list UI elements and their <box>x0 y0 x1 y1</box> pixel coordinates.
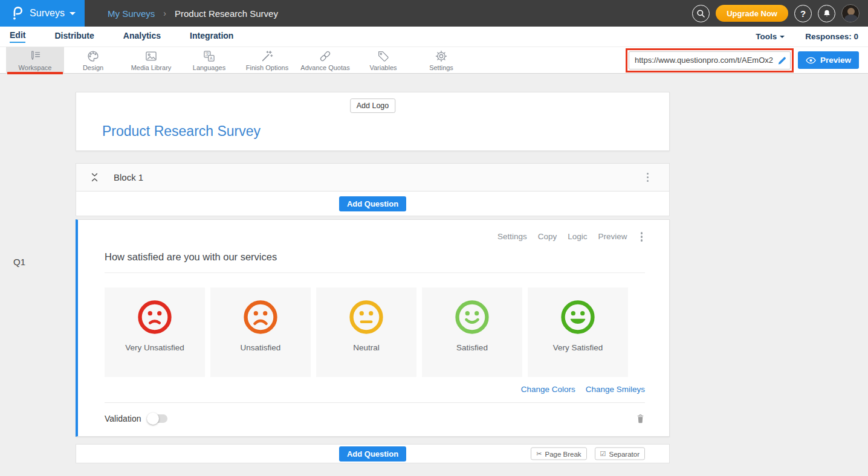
survey-header-card: Add Logo Product Research Survey <box>76 92 670 151</box>
smiley-option-label: Unsatisfied <box>241 343 281 352</box>
block-footer-strip: Add Question ✂ Page Break ☑ Separator <box>76 444 670 463</box>
search-icon <box>696 8 706 19</box>
collapse-block-icon[interactable] <box>90 173 99 182</box>
search-button[interactable] <box>692 5 710 22</box>
chevron-down-icon <box>780 36 785 38</box>
preview-label: Preview <box>820 56 851 65</box>
responses-count: Responses: 0 <box>805 32 858 41</box>
survey-link-field-wrap <box>629 51 791 69</box>
notifications-button[interactable] <box>818 5 835 22</box>
edit-toolbar: Workspace Design Media Library 文 A Langu… <box>0 47 868 74</box>
validation-label: Validation <box>105 414 141 423</box>
toolbar-item-workspace[interactable]: Workspace <box>6 47 64 73</box>
smiley-option-very-satisfied[interactable]: Very Satisfied <box>528 288 628 377</box>
top-bar: Surveys My Surveys › Product Research Su… <box>0 0 868 27</box>
separator-label: Separator <box>609 450 640 457</box>
tools-dropdown[interactable]: Tools <box>756 32 785 41</box>
tag-icon <box>377 50 390 63</box>
toolbar-item-advance-quotas[interactable]: Advance Quotas <box>296 47 354 73</box>
toolbar-item-label: Design <box>83 64 103 71</box>
scissors-icon: ✂ <box>536 450 542 458</box>
question-settings-link[interactable]: Settings <box>497 232 527 241</box>
tab-edit[interactable]: Edit <box>10 30 25 43</box>
block-menu-kebab-icon[interactable] <box>644 170 652 185</box>
delete-question-button[interactable] <box>636 413 645 424</box>
smiley-option-unsatisfied[interactable]: Unsatisfied <box>210 288 311 377</box>
tab-distribute[interactable]: Distribute <box>54 31 94 42</box>
user-avatar[interactable] <box>841 4 860 22</box>
toolbar-item-label: Workspace <box>19 64 52 71</box>
app-menu-label: Surveys <box>30 8 65 19</box>
validation-toggle[interactable] <box>148 414 167 423</box>
tab-analytics[interactable]: Analytics <box>123 31 161 42</box>
question-action-menu: Settings Copy Logic Preview <box>105 230 645 244</box>
topbar-actions: Upgrade Now ? <box>692 4 868 22</box>
toolbar-item-label: Languages <box>193 64 225 71</box>
separator-button[interactable]: ☑ Separator <box>595 448 645 460</box>
help-button[interactable]: ? <box>794 5 812 22</box>
toolbar-item-variables[interactable]: Variables <box>354 47 412 73</box>
smiley-option-label: Very Unsatisfied <box>125 343 184 352</box>
smiley-options-row: Very Unsatisfied Unsatisfied <box>105 288 645 377</box>
toolbar-item-settings[interactable]: Settings <box>412 47 470 73</box>
smiley-customize-links: Change Colors Change Smileys <box>105 385 645 394</box>
toolbar-item-design[interactable]: Design <box>64 47 122 73</box>
chain-link-icon <box>319 50 332 63</box>
very-satisfied-smiley-icon <box>560 300 595 335</box>
question-preview-link[interactable]: Preview <box>598 232 627 241</box>
breadcrumb-my-surveys[interactable]: My Surveys <box>108 8 155 19</box>
toolbar-item-finish-options[interactable]: Finish Options <box>238 47 296 73</box>
tab-integration[interactable]: Integration <box>190 31 233 42</box>
page-break-label: Page Break <box>545 450 581 457</box>
tools-label: Tools <box>756 32 777 41</box>
upgrade-now-button[interactable]: Upgrade Now <box>716 5 788 22</box>
magic-wand-icon <box>261 50 274 63</box>
question-menu-kebab-icon[interactable] <box>638 230 646 244</box>
section-tabs: Edit Distribute Analytics Integration To… <box>0 27 868 47</box>
pencil-icon[interactable] <box>777 56 786 65</box>
smiley-option-very-unsatisfied[interactable]: Very Unsatisfied <box>105 288 205 377</box>
question-title[interactable]: How satisfied are you with our services <box>105 251 645 273</box>
breadcrumb: My Surveys › Product Research Survey <box>108 8 278 19</box>
survey-title[interactable]: Product Research Survey <box>102 123 261 140</box>
checkbox-checked-icon: ☑ <box>600 450 606 458</box>
smiley-option-label: Neutral <box>353 343 380 352</box>
toolbar-item-label: Finish Options <box>246 64 288 71</box>
chevron-down-icon <box>70 12 76 15</box>
image-icon <box>144 50 158 63</box>
bell-icon <box>822 8 832 19</box>
question-number-label: Q1 <box>13 257 25 267</box>
unsatisfied-smiley-icon <box>243 300 278 335</box>
survey-link-input[interactable] <box>629 51 791 69</box>
smiley-option-label: Very Satisfied <box>553 343 603 352</box>
question-card-q1: Settings Copy Logic Preview How satisfie… <box>76 219 670 437</box>
page-break-button[interactable]: ✂ Page Break <box>531 448 586 460</box>
block-label[interactable]: Block 1 <box>114 172 143 182</box>
add-question-button-top[interactable]: Add Question <box>339 196 406 211</box>
question-mark-icon: ? <box>800 8 806 19</box>
question-logic-link[interactable]: Logic <box>568 232 587 241</box>
toolbar-item-languages[interactable]: 文 A Languages <box>180 47 238 73</box>
change-colors-link[interactable]: Change Colors <box>521 385 575 394</box>
preview-button[interactable]: Preview <box>798 51 859 69</box>
neutral-smiley-icon <box>349 300 384 335</box>
smiley-option-satisfied[interactable]: Satisfied <box>422 288 522 377</box>
toolbar-item-media-library[interactable]: Media Library <box>122 47 180 73</box>
add-logo-button[interactable]: Add Logo <box>350 98 396 113</box>
breadcrumb-separator: › <box>163 8 166 18</box>
workspace-pencil-icon <box>28 50 42 63</box>
add-question-button-bottom[interactable]: Add Question <box>339 446 406 462</box>
svg-text:A: A <box>210 56 213 60</box>
change-smileys-link[interactable]: Change Smileys <box>586 385 645 394</box>
eye-icon <box>806 57 816 64</box>
breadcrumb-current-survey: Product Research Survey <box>175 8 278 19</box>
block-header: Block 1 <box>76 163 670 191</box>
question-copy-link[interactable]: Copy <box>538 232 557 241</box>
toolbar-item-label: Advance Quotas <box>300 64 349 71</box>
add-question-strip: Add Question <box>76 191 670 216</box>
smiley-option-neutral[interactable]: Neutral <box>316 288 416 377</box>
very-unsatisfied-smiley-icon <box>137 300 172 335</box>
block-1-section: Block 1 Add Question Settings Copy Logic… <box>76 163 670 463</box>
questionpro-logo-icon <box>9 4 25 23</box>
surveys-app-menu[interactable]: Surveys <box>0 0 85 27</box>
